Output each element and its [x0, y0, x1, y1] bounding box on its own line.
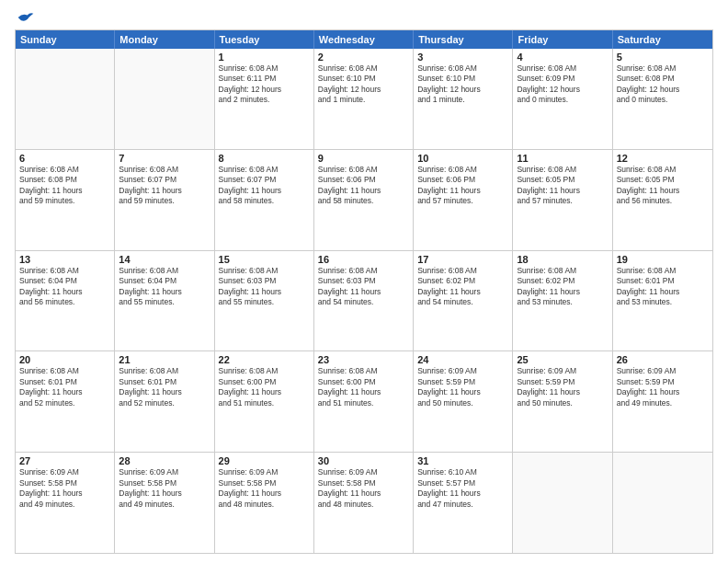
cal-cell — [115, 49, 214, 149]
cal-cell — [613, 453, 712, 553]
day-info: Sunrise: 6:09 AM Sunset: 5:58 PM Dayligh… — [19, 467, 110, 510]
week-row-5: 27Sunrise: 6:09 AM Sunset: 5:58 PM Dayli… — [16, 453, 712, 553]
logo — [15, 11, 35, 22]
header-day-wednesday: Wednesday — [314, 30, 414, 49]
cal-cell: 1Sunrise: 6:08 AM Sunset: 6:11 PM Daylig… — [215, 49, 314, 149]
day-info: Sunrise: 6:08 AM Sunset: 6:10 PM Dayligh… — [417, 63, 508, 106]
cal-cell: 21Sunrise: 6:08 AM Sunset: 6:01 PM Dayli… — [115, 351, 214, 452]
day-info: Sunrise: 6:08 AM Sunset: 6:02 PM Dayligh… — [417, 266, 508, 308]
cal-cell: 17Sunrise: 6:08 AM Sunset: 6:02 PM Dayli… — [414, 251, 513, 351]
day-info: Sunrise: 6:08 AM Sunset: 6:05 PM Dayligh… — [617, 165, 709, 207]
day-number: 1 — [219, 52, 310, 63]
cal-cell: 29Sunrise: 6:09 AM Sunset: 5:58 PM Dayli… — [215, 453, 314, 553]
day-number: 2 — [318, 52, 409, 63]
day-info: Sunrise: 6:09 AM Sunset: 5:59 PM Dayligh… — [417, 366, 508, 408]
day-info: Sunrise: 6:08 AM Sunset: 6:01 PM Dayligh… — [119, 366, 210, 408]
day-info: Sunrise: 6:08 AM Sunset: 6:00 PM Dayligh… — [219, 366, 310, 408]
day-info: Sunrise: 6:08 AM Sunset: 6:07 PM Dayligh… — [119, 165, 210, 207]
logo-bird-icon — [17, 11, 35, 24]
day-info: Sunrise: 6:08 AM Sunset: 6:08 PM Dayligh… — [19, 165, 110, 207]
day-number: 30 — [318, 455, 409, 466]
day-number: 18 — [517, 254, 608, 265]
day-info: Sunrise: 6:08 AM Sunset: 6:10 PM Dayligh… — [318, 63, 409, 106]
cal-cell: 4Sunrise: 6:08 AM Sunset: 6:09 PM Daylig… — [513, 49, 612, 149]
day-info: Sunrise: 6:10 AM Sunset: 5:57 PM Dayligh… — [417, 467, 508, 510]
cal-cell: 22Sunrise: 6:08 AM Sunset: 6:00 PM Dayli… — [215, 351, 314, 452]
day-info: Sunrise: 6:08 AM Sunset: 6:11 PM Dayligh… — [219, 63, 310, 106]
header-day-saturday: Saturday — [613, 30, 712, 49]
day-number: 28 — [119, 455, 210, 466]
header-day-tuesday: Tuesday — [215, 30, 314, 49]
day-info: Sunrise: 6:09 AM Sunset: 5:59 PM Dayligh… — [517, 366, 608, 408]
day-number: 16 — [318, 254, 409, 265]
header-day-sunday: Sunday — [16, 30, 115, 49]
header — [15, 11, 713, 22]
day-number: 19 — [617, 254, 709, 265]
day-info: Sunrise: 6:08 AM Sunset: 6:06 PM Dayligh… — [417, 165, 508, 207]
day-info: Sunrise: 6:08 AM Sunset: 6:03 PM Dayligh… — [318, 266, 409, 308]
cal-cell: 19Sunrise: 6:08 AM Sunset: 6:01 PM Dayli… — [613, 251, 712, 351]
day-info: Sunrise: 6:08 AM Sunset: 6:01 PM Dayligh… — [617, 266, 709, 308]
day-number: 26 — [617, 354, 709, 365]
cal-cell — [16, 49, 115, 149]
day-number: 4 — [517, 52, 608, 63]
cal-cell: 20Sunrise: 6:08 AM Sunset: 6:01 PM Dayli… — [16, 351, 115, 452]
calendar-body: 1Sunrise: 6:08 AM Sunset: 6:11 PM Daylig… — [16, 49, 712, 553]
day-number: 22 — [219, 354, 310, 365]
header-day-monday: Monday — [115, 30, 214, 49]
day-info: Sunrise: 6:08 AM Sunset: 6:06 PM Dayligh… — [318, 165, 409, 207]
day-info: Sunrise: 6:09 AM Sunset: 5:58 PM Dayligh… — [219, 467, 310, 510]
day-info: Sunrise: 6:08 AM Sunset: 6:00 PM Dayligh… — [318, 366, 409, 408]
cal-cell: 26Sunrise: 6:09 AM Sunset: 5:59 PM Dayli… — [613, 351, 712, 452]
cal-cell: 15Sunrise: 6:08 AM Sunset: 6:03 PM Dayli… — [215, 251, 314, 351]
day-info: Sunrise: 6:08 AM Sunset: 6:03 PM Dayligh… — [219, 266, 310, 308]
cal-cell: 16Sunrise: 6:08 AM Sunset: 6:03 PM Dayli… — [314, 251, 414, 351]
cal-cell: 24Sunrise: 6:09 AM Sunset: 5:59 PM Dayli… — [414, 351, 513, 452]
day-number: 17 — [417, 254, 508, 265]
calendar: SundayMondayTuesdayWednesdayThursdayFrid… — [15, 29, 713, 554]
cal-cell: 30Sunrise: 6:09 AM Sunset: 5:58 PM Dayli… — [314, 453, 414, 553]
day-number: 13 — [19, 254, 110, 265]
cal-cell: 18Sunrise: 6:08 AM Sunset: 6:02 PM Dayli… — [513, 251, 612, 351]
cal-cell: 10Sunrise: 6:08 AM Sunset: 6:06 PM Dayli… — [414, 150, 513, 250]
day-info: Sunrise: 6:08 AM Sunset: 6:05 PM Dayligh… — [517, 165, 608, 207]
cal-cell: 25Sunrise: 6:09 AM Sunset: 5:59 PM Dayli… — [513, 351, 612, 452]
day-number: 21 — [119, 354, 210, 365]
day-info: Sunrise: 6:08 AM Sunset: 6:04 PM Dayligh… — [119, 266, 210, 308]
week-row-2: 6Sunrise: 6:08 AM Sunset: 6:08 PM Daylig… — [16, 150, 712, 251]
cal-cell: 12Sunrise: 6:08 AM Sunset: 6:05 PM Dayli… — [613, 150, 712, 250]
cal-cell: 9Sunrise: 6:08 AM Sunset: 6:06 PM Daylig… — [314, 150, 414, 250]
cal-cell: 11Sunrise: 6:08 AM Sunset: 6:05 PM Dayli… — [513, 150, 612, 250]
day-number: 6 — [19, 153, 110, 164]
week-row-4: 20Sunrise: 6:08 AM Sunset: 6:01 PM Dayli… — [16, 351, 712, 453]
day-number: 25 — [517, 354, 608, 365]
day-number: 14 — [119, 254, 210, 265]
day-info: Sunrise: 6:08 AM Sunset: 6:07 PM Dayligh… — [219, 165, 310, 207]
cal-cell: 2Sunrise: 6:08 AM Sunset: 6:10 PM Daylig… — [314, 49, 414, 149]
day-info: Sunrise: 6:08 AM Sunset: 6:04 PM Dayligh… — [19, 266, 110, 308]
day-info: Sunrise: 6:08 AM Sunset: 6:02 PM Dayligh… — [517, 266, 608, 308]
day-info: Sunrise: 6:08 AM Sunset: 6:09 PM Dayligh… — [517, 63, 608, 106]
cal-cell: 3Sunrise: 6:08 AM Sunset: 6:10 PM Daylig… — [414, 49, 513, 149]
day-number: 8 — [219, 153, 310, 164]
day-number: 27 — [19, 455, 110, 466]
week-row-1: 1Sunrise: 6:08 AM Sunset: 6:11 PM Daylig… — [16, 49, 712, 150]
cal-cell: 14Sunrise: 6:08 AM Sunset: 6:04 PM Dayli… — [115, 251, 214, 351]
day-info: Sunrise: 6:09 AM Sunset: 5:58 PM Dayligh… — [119, 467, 210, 510]
day-number: 23 — [318, 354, 409, 365]
day-number: 11 — [517, 153, 608, 164]
day-number: 31 — [417, 455, 508, 466]
cal-cell: 8Sunrise: 6:08 AM Sunset: 6:07 PM Daylig… — [215, 150, 314, 250]
cal-cell: 28Sunrise: 6:09 AM Sunset: 5:58 PM Dayli… — [115, 453, 214, 553]
cal-cell: 7Sunrise: 6:08 AM Sunset: 6:07 PM Daylig… — [115, 150, 214, 250]
day-info: Sunrise: 6:08 AM Sunset: 6:08 PM Dayligh… — [617, 63, 709, 106]
header-day-friday: Friday — [513, 30, 612, 49]
cal-cell: 23Sunrise: 6:08 AM Sunset: 6:00 PM Dayli… — [314, 351, 414, 452]
cal-cell — [513, 453, 612, 553]
day-number: 12 — [617, 153, 709, 164]
day-number: 5 — [617, 52, 709, 63]
header-day-thursday: Thursday — [414, 30, 513, 49]
day-number: 24 — [417, 354, 508, 365]
page: SundayMondayTuesdayWednesdayThursdayFrid… — [0, 0, 728, 563]
day-number: 15 — [219, 254, 310, 265]
